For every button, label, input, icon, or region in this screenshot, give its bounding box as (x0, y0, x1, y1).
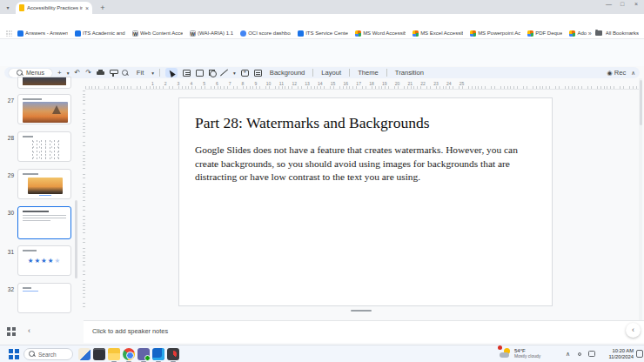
slide-thumbnail-32[interactable] (17, 283, 71, 313)
start-button[interactable] (9, 349, 19, 359)
thumbnail-title-line (23, 136, 33, 137)
browser-tab[interactable]: Accessibility Practices in Goog × (16, 2, 92, 14)
taskbar-app-terminal[interactable] (93, 348, 105, 360)
ruler-number: 1 (146, 81, 159, 86)
menus-search-button[interactable]: Menus (9, 69, 52, 77)
taskbar-teams[interactable] (138, 348, 150, 360)
redo-button[interactable]: ↷ (85, 68, 91, 77)
slide-thumbnail-28[interactable] (17, 131, 71, 162)
bookmark-item[interactable]: ITS Academic and S... (75, 30, 125, 37)
tray-display-icon[interactable] (588, 351, 595, 357)
clock-date: 11/20/2024 (604, 354, 634, 360)
scrollbar-thumb[interactable] (640, 80, 642, 125)
taskbar-outlook[interactable] (152, 348, 164, 360)
zoom-tool-icon[interactable] (122, 70, 129, 77)
insert-shape-icon[interactable] (209, 70, 215, 76)
tray-expand-icon[interactable]: ∧ (566, 351, 570, 358)
slide-number: 30 (3, 210, 14, 216)
window-close-button[interactable]: × (634, 1, 638, 7)
bookmark-item[interactable]: Answers - Answers (17, 30, 68, 37)
slide-thumbnail-partial[interactable] (17, 77, 71, 89)
bookmark-item[interactable]: PDF Deque (527, 30, 562, 37)
taskbar-app-paint[interactable] (78, 348, 91, 360)
filmstrip-collapse-icon[interactable]: ‹ (28, 326, 30, 335)
notes-resize-handle[interactable] (351, 310, 372, 312)
window-maximize-button[interactable]: □ (621, 1, 624, 7)
canvas-scrollbar[interactable] (639, 78, 642, 320)
thumbnail-title-line (23, 173, 38, 175)
slide-canvas[interactable]: Part 28: Watermarks and Backgrounds Goog… (178, 97, 553, 306)
apps-grid-icon[interactable] (5, 30, 12, 37)
zoom-fit-button[interactable]: Fit (134, 69, 146, 77)
tab-close-icon[interactable]: × (85, 5, 89, 11)
tab-title: Accessibility Practices in Goog (27, 5, 83, 10)
ruler-number: 4 (184, 81, 198, 86)
insert-placeholder-icon[interactable] (254, 70, 262, 77)
taskbar-app-media[interactable] (167, 348, 179, 360)
background-button[interactable]: Background (267, 69, 308, 77)
taskbar-file-explorer[interactable] (108, 348, 120, 360)
slides-favicon (19, 4, 24, 11)
bookmarks-overflow-icon[interactable]: » (588, 30, 592, 37)
ruler-number: 14 (313, 81, 326, 86)
text-box-icon[interactable] (183, 70, 191, 77)
bookmark-favicon (17, 30, 23, 37)
slide-thumbnail-31[interactable]: ★★★★★ (17, 245, 71, 276)
paint-format-icon[interactable] (110, 70, 117, 77)
slide-body-text[interactable]: Google Slides does not have a feature th… (195, 144, 536, 184)
slides-toolbar: Menus + ▾ ↶ ↷ Fit ▾ ▾ Background Layout … (4, 67, 640, 78)
insert-line-icon[interactable] (220, 69, 228, 77)
bookmark-item[interactable]: MS Excel Accessibility (413, 30, 463, 37)
bookmark-item[interactable]: OCI score dashboar... (240, 30, 291, 37)
cursor-icon (167, 69, 176, 77)
taskbar-clock[interactable]: 10:20 AM 11/20/2024 (604, 348, 634, 360)
print-icon[interactable] (97, 70, 104, 77)
all-bookmarks-label[interactable]: All Bookmarks (606, 30, 639, 36)
theme-button[interactable]: Theme (355, 69, 381, 77)
thumbnail-title-line (23, 98, 42, 100)
bookmark-favicon: W (132, 30, 138, 37)
insert-image-icon[interactable] (196, 70, 204, 77)
select-tool-button[interactable] (165, 68, 178, 77)
insert-comment-icon[interactable] (241, 70, 249, 77)
window-minimize-button[interactable]: — (606, 1, 612, 7)
bookmark-item[interactable]: ITS Service Center -... (298, 30, 348, 37)
record-button[interactable]: ◉ Rec (607, 69, 627, 77)
grid-view-icon[interactable] (7, 327, 17, 337)
new-tab-button[interactable]: + (97, 3, 108, 13)
tray-mic-icon[interactable] (578, 352, 581, 356)
slides-header: Accessibility Practices in Google Slides… (0, 39, 644, 66)
line-chevron-icon[interactable]: ▾ (233, 70, 236, 76)
record-icon: ◉ (607, 70, 613, 77)
slide-thumbnail-30-selected[interactable] (17, 206, 71, 239)
slide-thumbnail-29[interactable] (17, 169, 71, 199)
bookmark-item[interactable]: MS Powerpoint Ac... (470, 30, 520, 37)
bookmark-item[interactable]: W Web Content Acces... (132, 30, 183, 37)
new-slide-chevron-icon[interactable]: ▾ (67, 70, 70, 76)
ruler-number: 18 (366, 81, 379, 86)
taskbar-search-box[interactable]: Search (23, 348, 73, 360)
slide-title-text[interactable]: Part 28: Watermarks and Backgrounds (195, 114, 429, 132)
undo-button[interactable]: ↶ (74, 68, 80, 77)
transition-button[interactable]: Transition (392, 69, 426, 77)
notification-center-icon[interactable] (636, 350, 643, 358)
taskbar-weather-widget[interactable]: 54°F Mostly cloudy (500, 347, 540, 359)
slide-number: 29 (3, 172, 14, 178)
side-panel-toggle-button[interactable]: ‹ (626, 323, 641, 338)
bookmark-item[interactable]: MS Word Accessibi... (355, 30, 406, 37)
layout-button[interactable]: Layout (319, 69, 344, 77)
slide-thumbnail-27[interactable] (17, 94, 71, 124)
windows-taskbar: Search 54°F Mostly cloudy ∧ 10:20 AM 11/… (0, 345, 644, 362)
ruler-number: 16 (339, 81, 352, 86)
collapse-toolbar-icon[interactable]: ∧ (631, 68, 635, 77)
bookmarks-bar: Answers - Answers ITS Academic and S... … (0, 28, 644, 39)
taskbar-chrome[interactable] (123, 348, 135, 360)
speaker-notes-panel[interactable]: Click to add speaker notes (84, 320, 644, 343)
tab-search-button[interactable]: ▾ (3, 3, 13, 12)
ruler-number: 19 (378, 81, 391, 86)
fit-chevron-icon[interactable]: ▾ (151, 70, 154, 76)
filmstrip-scrollbar[interactable] (75, 200, 77, 278)
bookmark-item[interactable]: W (WAI-ARIA) 1.1 (190, 30, 233, 37)
bookmark-item[interactable]: Adobe InDesign (569, 30, 586, 37)
speaker-notes-placeholder[interactable]: Click to add speaker notes (92, 327, 168, 335)
